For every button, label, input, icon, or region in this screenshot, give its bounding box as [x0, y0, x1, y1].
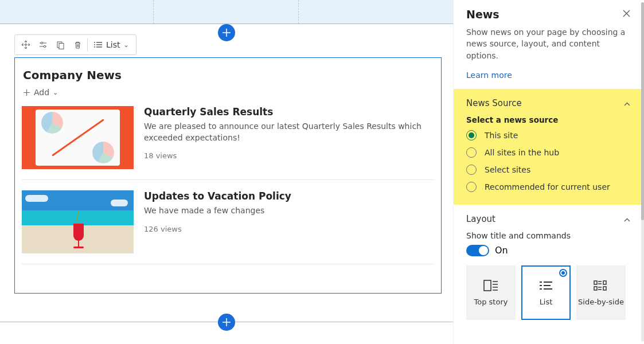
- layout-tile-top-story[interactable]: Top story: [466, 265, 516, 320]
- close-button[interactable]: [623, 10, 630, 19]
- news-item-desc: We are pleased to announce our latest Qu…: [144, 121, 434, 143]
- editor-canvas: List ⌄ Company News Add ⌄ Quarterly Sale…: [0, 0, 453, 344]
- svg-point-1: [44, 45, 45, 47]
- svg-rect-4: [484, 280, 491, 291]
- svg-rect-6: [594, 287, 597, 290]
- plus-icon: [223, 29, 231, 37]
- plus-icon: [223, 318, 231, 326]
- column-divider: [298, 0, 299, 24]
- side-by-side-icon: [593, 279, 609, 292]
- show-title-toggle[interactable]: [466, 245, 489, 256]
- radio-recommended[interactable]: Recommended for current user: [466, 182, 630, 192]
- news-item-title: Updates to Vacation Policy: [144, 190, 434, 202]
- radio-icon: [466, 182, 477, 192]
- layout-tile-side-by-side[interactable]: Side-by-side: [576, 265, 626, 320]
- toggle-state-label: On: [495, 245, 508, 256]
- selected-indicator-icon: [559, 269, 567, 277]
- add-news-button[interactable]: Add ⌄: [23, 88, 434, 97]
- layout-dropdown[interactable]: List ⌄: [89, 40, 134, 49]
- move-handle[interactable]: [17, 36, 34, 53]
- trash-icon: [73, 41, 82, 49]
- news-item-desc: We have made a few changes: [144, 205, 434, 217]
- tile-label: List: [540, 298, 553, 306]
- radio-all-hub-sites[interactable]: All sites in the hub: [466, 147, 630, 158]
- chevron-down-icon: ⌄: [123, 41, 128, 49]
- show-title-label: Show title and commands: [466, 231, 630, 240]
- collapse-button[interactable]: [624, 214, 630, 224]
- learn-more-link[interactable]: Learn more: [466, 71, 512, 80]
- panel-description: Show news on your page by choosing a new…: [466, 26, 642, 61]
- news-thumbnail: [22, 106, 134, 169]
- list-icon: [93, 41, 103, 48]
- webpart-title[interactable]: Company News: [22, 68, 434, 82]
- webpart-toolbar: List ⌄: [14, 34, 136, 55]
- list-layout-icon: [538, 279, 554, 292]
- news-list-item[interactable]: Quarterly Sales Results We are pleased t…: [22, 106, 434, 180]
- svg-rect-8: [603, 287, 606, 290]
- column-divider: [153, 0, 154, 24]
- add-label: Add: [34, 88, 49, 97]
- svg-rect-7: [603, 281, 606, 284]
- close-icon: [623, 10, 630, 17]
- news-source-section: News Source Select a news source This si…: [454, 89, 644, 205]
- chevron-down-icon: ⌄: [53, 89, 58, 96]
- tile-label: Side-by-side: [578, 298, 624, 306]
- delete-button[interactable]: [69, 36, 86, 53]
- sliders-icon: [38, 40, 48, 49]
- svg-rect-3: [59, 43, 64, 49]
- move-icon: [21, 40, 30, 49]
- radio-label: Recommended for current user: [485, 182, 610, 191]
- source-sublabel: Select a news source: [466, 115, 630, 124]
- radio-this-site[interactable]: This site: [466, 130, 630, 140]
- news-list-item[interactable]: Updates to Vacation Policy We have made …: [22, 190, 434, 264]
- panel-title: News: [466, 8, 499, 21]
- news-webpart[interactable]: Company News Add ⌄ Quarterly Sales Resul…: [14, 57, 442, 294]
- radio-icon: [466, 147, 477, 158]
- radio-select-sites[interactable]: Select sites: [466, 165, 630, 175]
- news-item-title: Quarterly Sales Results: [144, 106, 434, 118]
- top-story-icon: [483, 279, 499, 292]
- svg-rect-5: [594, 281, 597, 284]
- svg-point-0: [41, 42, 42, 44]
- collapse-button[interactable]: [624, 98, 630, 108]
- duplicate-button[interactable]: [52, 36, 69, 53]
- radio-icon: [466, 165, 477, 175]
- layout-dropdown-label: List: [106, 40, 120, 49]
- section-heading: Layout: [466, 214, 495, 224]
- radio-label: Select sites: [485, 165, 530, 174]
- news-item-views: 18 views: [144, 151, 434, 160]
- section-heading: News Source: [466, 98, 522, 108]
- chevron-up-icon: [624, 218, 630, 222]
- news-item-views: 126 views: [144, 225, 434, 233]
- layout-tile-list[interactable]: List: [521, 265, 571, 320]
- panel-scrollbar[interactable]: [641, 2, 644, 342]
- layout-section: Layout Show title and commands On Top st…: [466, 205, 642, 320]
- chevron-up-icon: [624, 102, 630, 106]
- add-section-button-top[interactable]: [218, 24, 235, 41]
- plus-icon: [23, 89, 30, 96]
- radio-icon: [466, 130, 477, 140]
- section-band-top: [0, 0, 453, 24]
- property-panel: News Show news on your page by choosing …: [453, 0, 644, 344]
- radio-label: This site: [485, 131, 518, 140]
- tile-label: Top story: [474, 298, 508, 306]
- toolbar-separator: [87, 38, 88, 51]
- edit-settings[interactable]: [34, 36, 52, 53]
- add-section-button-bottom[interactable]: [218, 314, 235, 331]
- radio-label: All sites in the hub: [485, 148, 559, 157]
- copy-icon: [56, 41, 65, 49]
- news-thumbnail: [22, 190, 134, 253]
